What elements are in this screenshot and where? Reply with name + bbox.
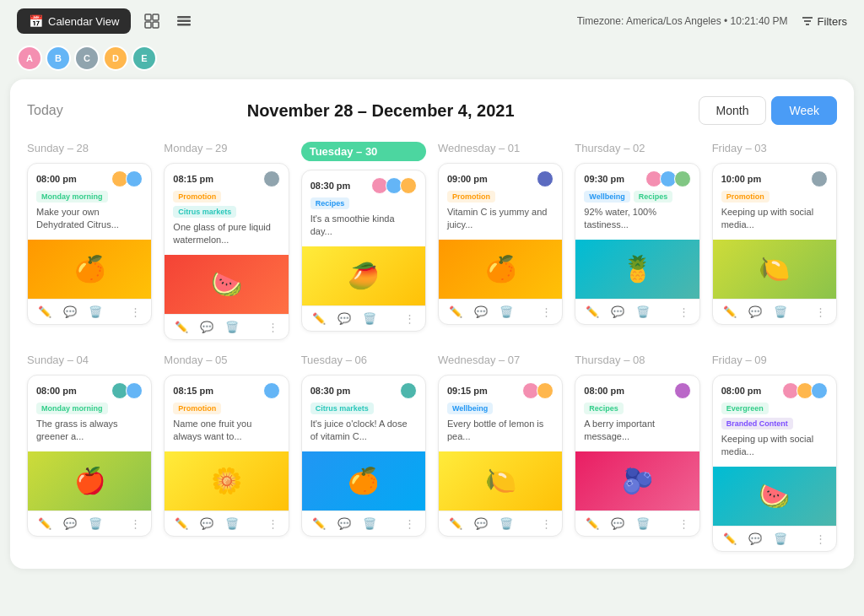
comment-button[interactable]: 💬 [608, 304, 628, 320]
delete-button[interactable]: 🗑️ [770, 531, 791, 547]
card-avatar [537, 382, 554, 399]
svg-rect-4 [177, 16, 191, 19]
week-view-button[interactable]: Week [771, 96, 837, 125]
more-button[interactable]: ⋮ [675, 304, 693, 320]
delete-button[interactable]: 🗑️ [359, 311, 380, 327]
card-image: 🫐 [575, 451, 699, 511]
more-button[interactable]: ⋮ [675, 516, 693, 532]
card-actions: ✏️ 💬 🗑️ ⋮ [302, 305, 425, 331]
calendar-card: 08:30 pmRecipesIt's a smoothie kinda day… [301, 170, 426, 332]
edit-button[interactable]: ✏️ [35, 304, 55, 320]
calendar-card: 09:00 pmPromotionVitamin C is yummy and … [438, 163, 563, 325]
avatar[interactable]: B [46, 46, 71, 71]
comment-button[interactable]: 💬 [334, 516, 354, 532]
card-actions: ✏️ 💬 🗑️ ⋮ [302, 511, 425, 536]
comment-button[interactable]: 💬 [471, 516, 491, 532]
filter-icon [802, 15, 813, 27]
grid-view-button[interactable] [141, 10, 163, 32]
delete-button[interactable]: 🗑️ [633, 304, 653, 320]
avatar[interactable]: D [103, 46, 128, 71]
edit-button[interactable]: ✏️ [35, 516, 55, 532]
day-column: Sunday – 2808:00 pmMonday morningMake yo… [27, 142, 152, 340]
more-button[interactable]: ⋮ [537, 516, 555, 532]
delete-button[interactable]: 🗑️ [85, 516, 105, 532]
card-tags: Recipes [584, 403, 690, 414]
more-button[interactable]: ⋮ [264, 516, 282, 532]
card-tag: Evergreen [721, 403, 769, 414]
edit-button[interactable]: ✏️ [446, 304, 466, 320]
edit-button[interactable]: ✏️ [309, 516, 329, 532]
edit-button[interactable]: ✏️ [446, 516, 466, 532]
calendar-icon: 📅 [29, 14, 43, 28]
card-tag: Promotion [173, 403, 221, 414]
card-time: 08:30 pm [310, 181, 351, 191]
more-button[interactable]: ⋮ [401, 516, 418, 532]
delete-button[interactable]: 🗑️ [222, 516, 242, 532]
card-avatar-group [537, 170, 554, 187]
calendar-card: 10:00 pmPromotionKeeping up with social … [712, 163, 837, 325]
grid-icon [144, 14, 159, 29]
more-button[interactable]: ⋮ [812, 531, 829, 547]
delete-button[interactable]: 🗑️ [633, 516, 653, 532]
list-view-button[interactable] [173, 10, 195, 32]
more-button[interactable]: ⋮ [127, 516, 144, 532]
card-image: 🍉 [713, 467, 836, 526]
card-tags: EvergreenBranded Content [721, 403, 828, 430]
day-column: Tuesday – 0608:30 pmCitrus marketsIt's j… [301, 354, 426, 552]
edit-button[interactable]: ✏️ [171, 319, 192, 335]
more-button[interactable]: ⋮ [537, 304, 555, 320]
edit-button[interactable]: ✏️ [582, 516, 602, 532]
comment-button[interactable]: 💬 [197, 319, 217, 335]
comment-button[interactable]: 💬 [334, 311, 354, 327]
card-text: The grass is always greener a... [36, 418, 143, 444]
edit-button[interactable]: ✏️ [309, 311, 329, 327]
card-actions: ✏️ 💬 🗑️ ⋮ [575, 299, 699, 324]
card-actions-left: ✏️ 💬 🗑️ [171, 516, 242, 532]
more-button[interactable]: ⋮ [812, 304, 829, 320]
delete-button[interactable]: 🗑️ [85, 304, 105, 320]
delete-button[interactable]: 🗑️ [770, 304, 791, 320]
calendar-view-label: Calendar View [48, 15, 119, 28]
more-button[interactable]: ⋮ [401, 311, 418, 327]
card-avatar-group [371, 177, 417, 194]
comment-button[interactable]: 💬 [197, 516, 217, 532]
edit-button[interactable]: ✏️ [582, 304, 602, 320]
card-avatar-group [400, 382, 417, 399]
more-button[interactable]: ⋮ [127, 304, 144, 320]
card-text: 92% water, 100% tastiness... [584, 206, 690, 232]
month-view-button[interactable]: Month [699, 96, 767, 125]
comment-button[interactable]: 💬 [60, 304, 80, 320]
avatar[interactable]: C [74, 46, 100, 71]
card-image: 🍊 [302, 451, 425, 511]
edit-button[interactable]: ✏️ [171, 516, 192, 532]
more-button[interactable]: ⋮ [264, 319, 282, 335]
avatar[interactable]: E [132, 46, 157, 71]
edit-button[interactable]: ✏️ [720, 531, 740, 547]
comment-button[interactable]: 💬 [60, 516, 80, 532]
card-actions-left: ✏️ 💬 🗑️ [309, 516, 380, 532]
card-avatar [400, 382, 417, 399]
card-avatar [126, 170, 143, 187]
comment-button[interactable]: 💬 [471, 304, 491, 320]
card-tag: Promotion [447, 191, 495, 203]
card-actions: ✏️ 💬 🗑️ ⋮ [713, 299, 836, 324]
card-tag: Wellbeing [447, 403, 493, 414]
day-header: Friday – 09 [712, 354, 837, 366]
comment-button[interactable]: 💬 [745, 304, 765, 320]
card-text: One glass of pure liquid watermelon... [173, 221, 279, 247]
delete-button[interactable]: 🗑️ [359, 516, 380, 532]
delete-button[interactable]: 🗑️ [496, 304, 516, 320]
avatar[interactable]: A [17, 46, 42, 71]
card-actions-left: ✏️ 💬 🗑️ [446, 304, 516, 320]
comment-button[interactable]: 💬 [608, 516, 628, 532]
card-avatar-group [263, 170, 280, 187]
card-tags: Promotion [447, 191, 554, 203]
card-tag: Recipes [310, 197, 350, 209]
comment-button[interactable]: 💬 [745, 531, 765, 547]
delete-button[interactable]: 🗑️ [496, 516, 516, 532]
delete-button[interactable]: 🗑️ [222, 319, 242, 335]
calendar-view-button[interactable]: 📅 Calendar View [17, 8, 131, 34]
filters-button[interactable]: Filters [802, 15, 847, 28]
card-text: It's a smoothie kinda day... [310, 213, 417, 239]
edit-button[interactable]: ✏️ [720, 304, 740, 320]
